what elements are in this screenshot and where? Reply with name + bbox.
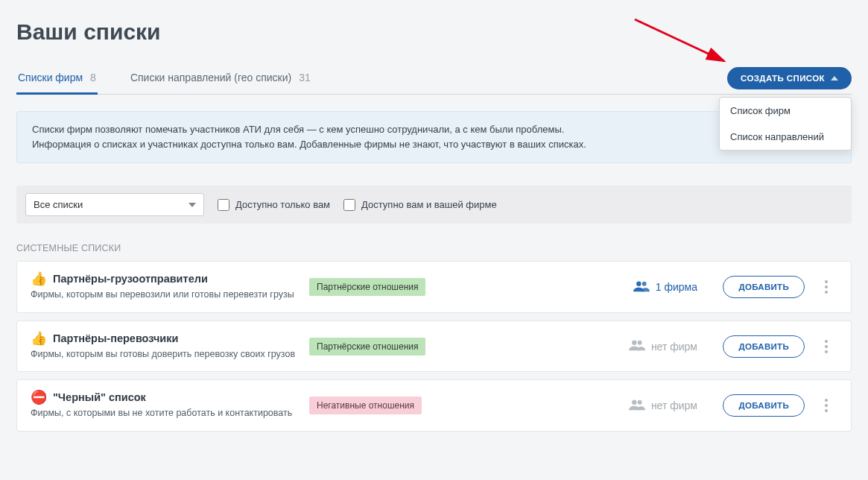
people-icon (629, 339, 645, 353)
checkbox-me-and-firm-input[interactable] (343, 199, 355, 211)
tabs-row: Списки фирм 8 Списки направлений (гео сп… (16, 64, 852, 95)
tab-firm-lists[interactable]: Списки фирм 8 (16, 64, 98, 94)
add-button[interactable]: ДОБАВИТЬ (723, 276, 805, 298)
list-card: 👍 Партнёры-грузоотправители Фирмы, котор… (16, 261, 852, 313)
checkbox-me-and-firm-label: Доступно вам и вашей фирме (361, 199, 497, 210)
people-icon (633, 280, 650, 294)
add-button[interactable]: ДОБАВИТЬ (723, 335, 805, 358)
list-card: ⛔ "Черный" список Фирмы, с которыми вы н… (16, 379, 852, 432)
add-button[interactable]: ДОБАВИТЬ (723, 394, 805, 417)
svg-point-4 (638, 341, 642, 345)
firm-count-text: нет фирм (651, 400, 697, 411)
list-tag-wrap: Негативные отношения (309, 397, 458, 414)
dropdown-item-geo-list[interactable]: Список направлений (720, 124, 851, 150)
create-list-dropdown: Список фирм Список направлений (719, 97, 852, 151)
filter-bar: Все списки Доступно только вам Доступно … (16, 186, 852, 224)
svg-point-6 (638, 400, 642, 404)
firm-count-text: нет фирм (651, 341, 697, 353)
add-button-wrap: ДОБАВИТЬ (708, 394, 805, 417)
list-filter-select[interactable]: Все списки (25, 193, 204, 216)
list-info: 👍 Партнёры-грузоотправители Фирмы, котор… (31, 272, 299, 302)
svg-point-2 (642, 281, 647, 285)
add-button-wrap: ДОБАВИТЬ (708, 276, 805, 298)
list-tag-wrap: Партнёрские отношения (309, 278, 458, 296)
create-list-button[interactable]: СОЗДАТЬ СПИСОК (727, 67, 852, 89)
checkbox-only-me-label: Доступно только вам (235, 199, 330, 210)
list-info: 👍 Партнёры-перевозчики Фирмы, которым вы… (31, 332, 299, 361)
list-description: Фирмы, с которыми вы не хотите работать … (31, 407, 299, 420)
checkbox-me-and-firm[interactable]: Доступно вам и вашей фирме (343, 199, 497, 211)
system-lists-header: СИСТЕМНЫЕ СПИСКИ (16, 243, 852, 253)
list-info: ⛔ "Черный" список Фирмы, с которыми вы н… (31, 391, 299, 420)
list-type-icon: 👍 (31, 272, 47, 285)
relation-tag: Негативные отношения (309, 397, 422, 414)
list-title: Партнёры-перевозчики (53, 332, 178, 344)
firm-count: нет фирм (469, 399, 697, 413)
more-menu-icon[interactable] (815, 340, 837, 353)
list-description: Фирмы, которым вы готовы доверить перево… (31, 348, 299, 361)
list-description: Фирмы, которым вы перевозили или готовы … (31, 288, 299, 302)
dropdown-item-firm-list[interactable]: Список фирм (720, 98, 851, 124)
svg-point-3 (632, 341, 636, 345)
svg-point-1 (636, 281, 641, 285)
relation-tag: Партнёрские отношения (309, 338, 425, 356)
list-card: 👍 Партнёры-перевозчики Фирмы, которым вы… (16, 320, 852, 373)
tab-label: Списки направлений (гео списки) (130, 72, 291, 83)
firm-count-text: 1 фирма (656, 281, 697, 293)
list-tag-wrap: Партнёрские отношения (309, 338, 458, 356)
firm-count: нет фирм (469, 339, 697, 353)
checkbox-only-me[interactable]: Доступно только вам (218, 199, 330, 211)
list-type-icon: ⛔ (31, 391, 47, 404)
tab-count: 8 (90, 72, 96, 83)
firm-count[interactable]: 1 фирма (469, 280, 697, 294)
svg-point-5 (632, 400, 636, 404)
chevron-up-icon (831, 76, 838, 80)
page-title: Ваши списки (16, 19, 852, 45)
tab-geo-lists[interactable]: Списки направлений (гео списки) 31 (129, 64, 312, 94)
tab-count: 31 (299, 72, 311, 83)
people-icon (629, 399, 645, 413)
create-list-label: СОЗДАТЬ СПИСОК (741, 74, 825, 83)
more-menu-icon[interactable] (815, 399, 837, 412)
checkbox-only-me-input[interactable] (218, 199, 229, 211)
info-text-line2: Информация о списках и участниках доступ… (32, 137, 814, 152)
list-title: Партнёры-грузоотправители (53, 273, 208, 285)
relation-tag: Партнёрские отношения (309, 278, 425, 296)
tab-label: Списки фирм (18, 72, 83, 83)
info-text-line1: Списки фирм позволяют помечать участнико… (32, 122, 814, 137)
select-value: Все списки (34, 199, 83, 210)
list-title: "Черный" список (53, 391, 146, 403)
more-menu-icon[interactable] (815, 280, 837, 294)
list-type-icon: 👍 (31, 332, 47, 345)
add-button-wrap: ДОБАВИТЬ (708, 335, 805, 358)
